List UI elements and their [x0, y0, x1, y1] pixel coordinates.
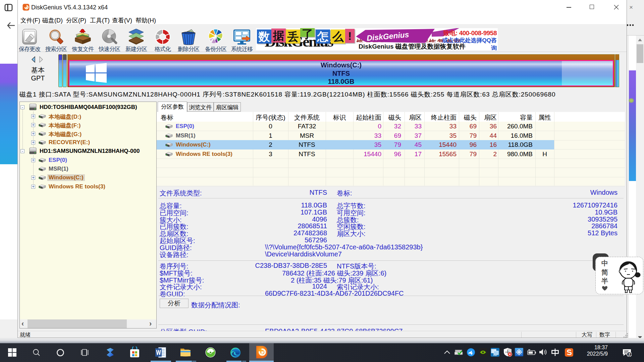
svg-text:2: 2 [628, 352, 630, 356]
svg-text:intel: intel [493, 354, 497, 356]
